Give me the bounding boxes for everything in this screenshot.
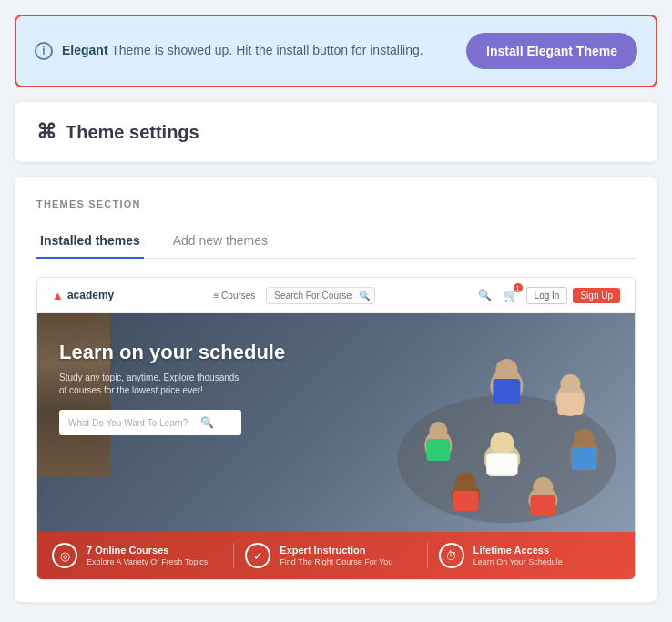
- bottom-title-2: Lifetime Access: [473, 545, 563, 556]
- search-wrap: 🔍: [266, 287, 375, 304]
- academy-actions: 🔍 🛒 1 Log In Sign Up: [475, 285, 620, 305]
- bottom-item-1: ✓ Expert Instruction Find The Right Cour…: [233, 543, 426, 568]
- themes-section-label: THEMES SECTION: [36, 199, 636, 209]
- signup-button[interactable]: Sign Up: [573, 288, 620, 303]
- tab-installed-themes[interactable]: Installed themes: [36, 224, 144, 259]
- svg-rect-6: [558, 393, 584, 415]
- login-button[interactable]: Log In: [526, 287, 568, 304]
- expert-icon: ✓: [253, 549, 263, 563]
- cmd-icon: ⌘: [36, 120, 56, 144]
- page-wrapper: i Elegant Theme is showed up. Hit the in…: [0, 0, 672, 617]
- tab-add-new-themes[interactable]: Add new themes: [169, 224, 271, 259]
- svg-point-21: [430, 422, 448, 440]
- bottom-icon-2: ⏱: [439, 543, 464, 568]
- svg-point-17: [491, 432, 514, 455]
- notification-bold: Elegant: [62, 43, 108, 57]
- notification-banner: i Elegant Theme is showed up. Hit the in…: [15, 15, 657, 87]
- bottom-item-0: ◎ 7 Online Courses Explore A Variety Of …: [52, 543, 233, 568]
- svg-point-14: [456, 473, 476, 493]
- install-elegant-theme-button[interactable]: Install Elegant Theme: [466, 33, 637, 69]
- hero-content: Learn on your schedule Study any topic, …: [59, 341, 285, 435]
- search-icon-btn[interactable]: 🔍: [475, 285, 495, 305]
- svg-rect-15: [453, 491, 479, 511]
- bottom-sub-0: Explore A Variety Of Fresh Topics: [87, 557, 208, 566]
- clock-icon: ⏱: [445, 549, 457, 563]
- nav-courses: ≡ Courses: [214, 291, 256, 301]
- info-icon: i: [35, 42, 53, 60]
- bottom-bar: ◎ 7 Online Courses Explore A Variety Of …: [37, 532, 635, 579]
- theme-preview: ▲ academy ≡ Courses 🔍 🔍 🛒 1: [36, 277, 636, 580]
- svg-rect-9: [572, 447, 597, 470]
- bottom-text-0: 7 Online Courses Explore A Variety Of Fr…: [87, 545, 208, 566]
- academy-nav: ≡ Courses 🔍: [214, 287, 376, 304]
- hero-photo: [306, 313, 635, 532]
- hero-search-bar: What Do You Want To Learn? 🔍: [59, 410, 241, 435]
- academy-logo: ▲ academy: [52, 289, 114, 302]
- svg-rect-3: [494, 379, 521, 404]
- bottom-sub-1: Find The Right Course For You: [280, 557, 392, 566]
- cart-icon-btn[interactable]: 🛒 1: [501, 285, 521, 305]
- theme-settings-title: ⌘ Theme settings: [36, 120, 636, 144]
- bottom-icon-0: ◎: [52, 543, 77, 568]
- academy-header: ▲ academy ≡ Courses 🔍 🔍 🛒 1: [37, 278, 635, 313]
- svg-point-8: [575, 429, 595, 449]
- search-small-icon: 🔍: [359, 291, 370, 301]
- notification-left: i Elegant Theme is showed up. Hit the in…: [35, 42, 423, 60]
- courses-icon: ◎: [60, 549, 70, 563]
- themes-section-card: THEMES SECTION Installed themes Add new …: [15, 177, 657, 602]
- hero-title: Learn on your schedule: [59, 341, 285, 364]
- hero-search-placeholder: What Do You Want To Learn?: [68, 418, 193, 428]
- svg-rect-12: [531, 495, 556, 515]
- bottom-text-1: Expert Instruction Find The Right Course…: [280, 545, 392, 566]
- bottom-title-0: 7 Online Courses: [87, 545, 208, 556]
- notification-text: Elegant Theme is showed up. Hit the inst…: [62, 42, 423, 60]
- svg-rect-19: [487, 454, 518, 474]
- bottom-title-1: Expert Instruction: [280, 545, 392, 556]
- hero-search-icon: 🔍: [200, 416, 214, 429]
- logo-triangle-icon: ▲: [52, 289, 64, 302]
- bottom-text-2: Lifetime Access Learn On Your Schedule: [473, 545, 563, 566]
- svg-rect-22: [427, 439, 451, 461]
- logo-text: academy: [67, 289, 114, 301]
- theme-settings-card: ⌘ Theme settings: [15, 102, 657, 162]
- hero-area: Learn on your schedule Study any topic, …: [37, 313, 635, 532]
- svg-point-11: [534, 477, 554, 497]
- notification-body: Theme is showed up. Hit the install butt…: [108, 43, 423, 57]
- bottom-sub-2: Learn On Your Schedule: [473, 557, 563, 566]
- cart-badge: 1: [514, 283, 523, 292]
- svg-point-5: [561, 374, 581, 394]
- hero-subtitle: Study any topic, anytime. Explore thousa…: [59, 372, 241, 397]
- svg-point-2: [496, 359, 518, 381]
- tabs-container: Installed themes Add new themes: [36, 224, 636, 259]
- bottom-icon-1: ✓: [245, 543, 270, 568]
- bottom-item-2: ⏱ Lifetime Access Learn On Your Schedule: [427, 543, 620, 568]
- theme-settings-label: Theme settings: [66, 122, 199, 143]
